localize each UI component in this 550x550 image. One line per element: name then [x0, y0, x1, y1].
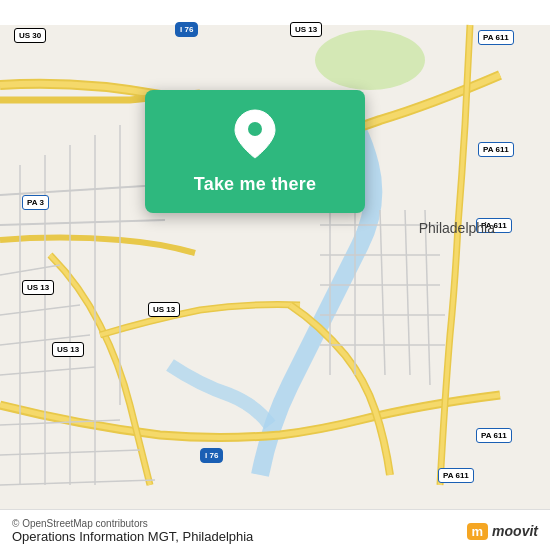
badge-i76c: I 76: [200, 448, 223, 463]
moovit-m-icon: m: [467, 523, 489, 540]
location-pin-icon: [229, 108, 281, 160]
badge-pa611b: PA 611: [478, 142, 514, 157]
place-name-label: Operations Information MGT, Philadelphia: [12, 529, 253, 544]
svg-point-26: [248, 122, 262, 136]
svg-point-1: [315, 30, 425, 90]
osm-attribution: © OpenStreetMap contributors: [12, 518, 253, 529]
action-card: Take me there: [145, 90, 365, 213]
badge-us13c: US 13: [148, 302, 180, 317]
badge-us30: US 30: [14, 28, 46, 43]
badge-pa611d: PA 611: [476, 428, 512, 443]
badge-us13b: US 13: [22, 280, 54, 295]
badge-pa611e: PA 611: [438, 468, 474, 483]
badge-pa611a: PA 611: [478, 30, 514, 45]
moovit-logo: m moovit: [467, 523, 538, 540]
badge-us13d: US 13: [52, 342, 84, 357]
moovit-wordmark: moovit: [492, 523, 538, 539]
badge-pa611c: PA 611: [476, 218, 512, 233]
badge-us13a: US 13: [290, 22, 322, 37]
badge-pa3: PA 3: [22, 195, 49, 210]
take-me-there-button[interactable]: Take me there: [186, 170, 324, 199]
map-container[interactable]: US 30 I 76 US 13 PA 611 I 76 PA 611 PA 3…: [0, 0, 550, 550]
badge-i76a: I 76: [175, 22, 198, 37]
bottom-info: © OpenStreetMap contributors Operations …: [12, 518, 253, 544]
bottom-bar: © OpenStreetMap contributors Operations …: [0, 509, 550, 550]
